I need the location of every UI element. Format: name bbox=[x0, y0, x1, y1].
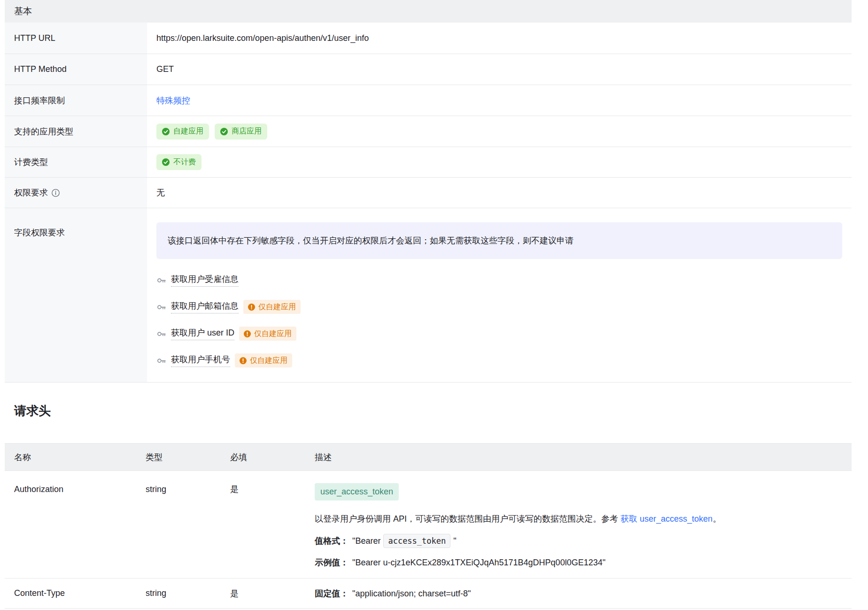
custom-app-only-badge: 仅自建应用 bbox=[243, 300, 301, 314]
column-header-required: 必填 bbox=[230, 452, 315, 463]
app-type-badge-store: 商店应用 bbox=[215, 124, 267, 140]
column-header-type: 类型 bbox=[146, 452, 230, 463]
fixed-value-label: 固定值： bbox=[315, 589, 349, 598]
info-circle-icon[interactable] bbox=[51, 188, 60, 197]
permission-item: 获取用户邮箱信息 仅自建应用 bbox=[156, 301, 842, 313]
check-circle-icon bbox=[220, 128, 228, 135]
http-method-label: HTTP Method bbox=[14, 64, 67, 74]
http-url-value: https://open.larksuite.com/open-apis/aut… bbox=[156, 33, 369, 43]
field-permission-label: 字段权限要求 bbox=[14, 227, 65, 238]
authorization-description-text: 以登录用户身份调用 API，可读写的数据范围由用户可读写的数据范围决定。参考 bbox=[315, 514, 618, 524]
column-header-name: 名称 bbox=[5, 452, 146, 463]
header-type: string bbox=[146, 480, 230, 569]
row-http-method: HTTP Method GET bbox=[5, 54, 852, 85]
basic-info-table: 基本 HTTP URL https://open.larksuite.com/o… bbox=[5, 0, 852, 383]
header-required: 是 bbox=[230, 480, 315, 569]
row-permission: 权限要求 无 bbox=[5, 178, 852, 208]
field-permission-list: 获取用户受雇信息 获取用户邮箱信息 仅自建应用 bbox=[156, 274, 842, 382]
exclamation-circle-icon bbox=[244, 330, 251, 337]
request-headers-head-row: 名称 类型 必填 描述 bbox=[5, 444, 852, 471]
rate-limit-label: 接口频率限制 bbox=[14, 95, 65, 106]
example-value-label: 示例值： bbox=[315, 558, 349, 567]
key-icon bbox=[156, 275, 166, 285]
permission-value: 无 bbox=[156, 187, 165, 198]
app-types-label: 支持的应用类型 bbox=[14, 126, 73, 137]
value-format-suffix: " bbox=[453, 536, 456, 546]
permission-item: 获取用户受雇信息 bbox=[156, 274, 842, 286]
row-rate-limit: 接口频率限制 特殊频控 bbox=[5, 85, 852, 116]
key-icon bbox=[156, 329, 166, 339]
user-access-token-link[interactable]: 获取 user_access_token bbox=[620, 514, 713, 524]
request-headers-table: 名称 类型 必填 描述 Authorization string 是 user_… bbox=[5, 443, 852, 609]
custom-app-only-badge: 仅自建应用 bbox=[239, 327, 296, 341]
custom-app-only-badge-label: 仅自建应用 bbox=[258, 302, 296, 312]
http-url-label: HTTP URL bbox=[14, 33, 55, 43]
exclamation-circle-icon bbox=[240, 357, 247, 364]
fixed-value-text: "application/json; charset=utf-8" bbox=[352, 589, 471, 598]
rate-limit-link[interactable]: 特殊频控 bbox=[156, 95, 190, 106]
field-permission-notice: 该接口返回体中存在下列敏感字段，仅当开启对应的权限后才会返回；如果无需获取这些字… bbox=[156, 222, 842, 259]
app-type-badge-store-label: 商店应用 bbox=[232, 126, 262, 136]
http-method-value: GET bbox=[156, 64, 174, 74]
request-headers-title: 请求头 bbox=[14, 401, 852, 420]
column-header-description: 描述 bbox=[315, 452, 852, 463]
authorization-description-suffix: 。 bbox=[713, 514, 721, 524]
permission-link-mobile[interactable]: 获取用户手机号 bbox=[171, 354, 230, 367]
header-description: user_access_token 以登录用户身份调用 API，可读写的数据范围… bbox=[315, 480, 852, 569]
header-type: string bbox=[146, 588, 230, 598]
header-name: Authorization bbox=[5, 480, 146, 569]
permission-link-user-id[interactable]: 获取用户 user ID bbox=[171, 327, 234, 340]
access-token-code-chip: access_token bbox=[383, 534, 450, 548]
custom-app-only-badge-label: 仅自建应用 bbox=[254, 329, 292, 339]
custom-app-only-badge-label: 仅自建应用 bbox=[250, 356, 287, 366]
permission-label: 权限要求 bbox=[14, 187, 48, 198]
key-icon bbox=[156, 356, 166, 366]
value-format-line: 值格式："Beareraccess_token" bbox=[315, 534, 842, 548]
custom-app-only-badge: 仅自建应用 bbox=[235, 353, 292, 368]
row-billing: 计费类型 不计费 bbox=[5, 147, 852, 178]
example-value-text: "Bearer u-cjz1eKCEx289x1TXEiQJqAh5171B4g… bbox=[352, 558, 605, 567]
header-row-content-type: Content-Type string 是 固定值："application/j… bbox=[5, 579, 852, 609]
permission-link-email[interactable]: 获取用户邮箱信息 bbox=[171, 300, 239, 313]
basic-section-header: 基本 bbox=[5, 0, 852, 23]
billing-badge-label: 不计费 bbox=[173, 157, 196, 167]
header-name: Content-Type bbox=[5, 588, 146, 598]
example-value-line: 示例值："Bearer u-cjz1eKCEx289x1TXEiQJqAh517… bbox=[315, 556, 842, 569]
header-row-authorization: Authorization string 是 user_access_token… bbox=[5, 471, 852, 579]
billing-badge: 不计费 bbox=[156, 154, 202, 170]
token-badge: user_access_token bbox=[315, 483, 399, 501]
key-icon bbox=[156, 302, 166, 312]
row-field-permission: 字段权限要求 该接口返回体中存在下列敏感字段，仅当开启对应的权限后才会返回；如果… bbox=[5, 208, 852, 383]
basic-section-title: 基本 bbox=[14, 5, 32, 17]
app-type-badge-custom-label: 自建应用 bbox=[173, 126, 203, 136]
permission-item: 获取用户手机号 仅自建应用 bbox=[156, 354, 842, 367]
authorization-description: 以登录用户身份调用 API，可读写的数据范围由用户可读写的数据范围决定。参考 获… bbox=[315, 513, 842, 525]
check-circle-icon bbox=[162, 128, 170, 135]
billing-label: 计费类型 bbox=[14, 156, 48, 168]
app-type-badge-custom: 自建应用 bbox=[156, 124, 209, 140]
header-required: 是 bbox=[230, 588, 315, 599]
permission-item: 获取用户 user ID 仅自建应用 bbox=[156, 328, 842, 340]
row-http-url: HTTP URL https://open.larksuite.com/open… bbox=[5, 23, 852, 54]
value-format-label: 值格式： bbox=[315, 536, 349, 546]
check-circle-icon bbox=[162, 158, 170, 166]
exclamation-circle-icon bbox=[248, 304, 255, 311]
header-description: 固定值："application/json; charset=utf-8" bbox=[315, 588, 852, 599]
value-format-prefix: "Bearer bbox=[352, 536, 380, 546]
permission-link-employment[interactable]: 获取用户受雇信息 bbox=[171, 274, 239, 287]
row-app-types: 支持的应用类型 自建应用 商店应用 bbox=[5, 116, 852, 147]
